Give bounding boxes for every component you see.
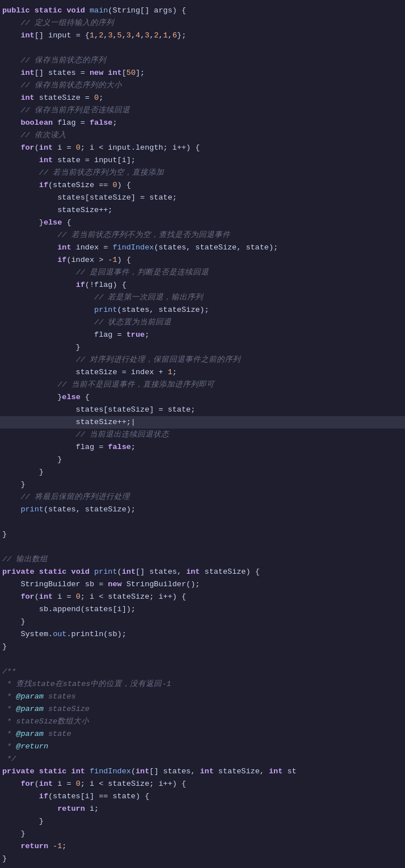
code-line: // 保存当前序列是否连续回退	[0, 104, 405, 117]
code-line: }	[0, 341, 405, 354]
code-line: int[] states = new int[50];	[0, 67, 405, 79]
code-line: // 当前退出连续回退状态	[0, 429, 405, 441]
code-line: }	[0, 454, 405, 466]
code-line: int[] input = {1,2,3,5,3,4,3,2,1,6};	[0, 29, 405, 42]
code-line: // 输出数组	[0, 553, 405, 566]
code-line: // 保存当前状态的序列	[0, 54, 405, 67]
code-line: // 对序列进行处理，保留回退事件之前的序列	[0, 354, 405, 366]
code-line: // 是回退事件，判断是否是连续回退	[0, 266, 405, 279]
code-line: * stateSize数组大小	[0, 715, 405, 728]
code-line: }	[0, 528, 405, 541]
code-line: * @return	[0, 740, 405, 753]
code-line: System.out.println(sb);	[0, 628, 405, 641]
code-line: // 若当前状态序列不为空，查找是否为回退事件	[0, 229, 405, 242]
code-line: if(states[i] == state) {	[0, 790, 405, 803]
code-line: }	[0, 641, 405, 653]
code-line: private static void print(int[] states, …	[0, 566, 405, 578]
code-line: }else {	[0, 217, 405, 229]
code-line: for(int i = 0; i < stateSize; i++) {	[0, 778, 405, 790]
code-line: */	[0, 753, 405, 765]
code-line: }	[0, 616, 405, 628]
code-line: int state = input[i];	[0, 154, 405, 167]
code-line: boolean flag = false;	[0, 117, 405, 129]
code-line: // 当前不是回退事件，直接添加进序列即可	[0, 379, 405, 391]
code-line: * 查找state在states中的位置，没有返回-1	[0, 678, 405, 691]
code-line: StringBuilder sb = new StringBuilder();	[0, 578, 405, 591]
code-line: sb.append(states[i]);	[0, 603, 405, 616]
code-line	[0, 653, 405, 666]
code-line: // 状态置为当前回退	[0, 316, 405, 329]
code-line: * @param states	[0, 691, 405, 703]
code-line: }	[0, 479, 405, 491]
code-line: * @param state	[0, 728, 405, 740]
code-line: print(states, stateSize);	[0, 503, 405, 516]
code-line: stateSize = index + 1;	[0, 366, 405, 379]
code-line-highlighted: stateSize++;|	[0, 416, 405, 429]
code-line: }	[0, 466, 405, 479]
code-line: stateSize++;	[0, 204, 405, 217]
code-line: states[stateSize] = state;	[0, 192, 405, 204]
code-line: public static void main(String[] args) {	[0, 5, 405, 17]
code-line: }	[0, 853, 405, 865]
code-line	[0, 541, 405, 553]
code-line: // 若是第一次回退，输出序列	[0, 291, 405, 304]
code-line: }	[0, 828, 405, 840]
code-line: // 将最后保留的序列进行处理	[0, 491, 405, 503]
code-line: int stateSize = 0;	[0, 92, 405, 104]
code-line: print(states, stateSize);	[0, 304, 405, 316]
code-line: for(int i = 0; i < input.length; i++) {	[0, 142, 405, 154]
code-line: flag = true;	[0, 329, 405, 341]
code-line: if(index > -1) {	[0, 254, 405, 266]
code-line: * @param stateSize	[0, 703, 405, 715]
code-line: }else {	[0, 391, 405, 404]
code-editor: public static void main(String[] args) {…	[0, 0, 405, 868]
code-line	[0, 516, 405, 528]
code-line: states[stateSize] = state;	[0, 404, 405, 416]
code-line: flag = false;	[0, 441, 405, 454]
code-line: }	[0, 815, 405, 828]
code-line: private static int findIndex(int[] state…	[0, 765, 405, 778]
code-line: if(stateSize == 0) {	[0, 179, 405, 192]
code-line: // 若当前状态序列为空，直接添加	[0, 167, 405, 179]
code-line: int index = findIndex(states, stateSize,…	[0, 242, 405, 254]
code-line	[0, 42, 405, 54]
code-line: /**	[0, 666, 405, 678]
code-line: // 依次读入	[0, 129, 405, 142]
code-line: // 保存当前状态序列的大小	[0, 79, 405, 92]
code-line: return -1;	[0, 840, 405, 853]
code-line: if(!flag) {	[0, 279, 405, 291]
code-line: // 定义一组待输入的序列	[0, 17, 405, 29]
code-line: for(int i = 0; i < stateSize; i++) {	[0, 591, 405, 603]
code-line: return i;	[0, 803, 405, 815]
